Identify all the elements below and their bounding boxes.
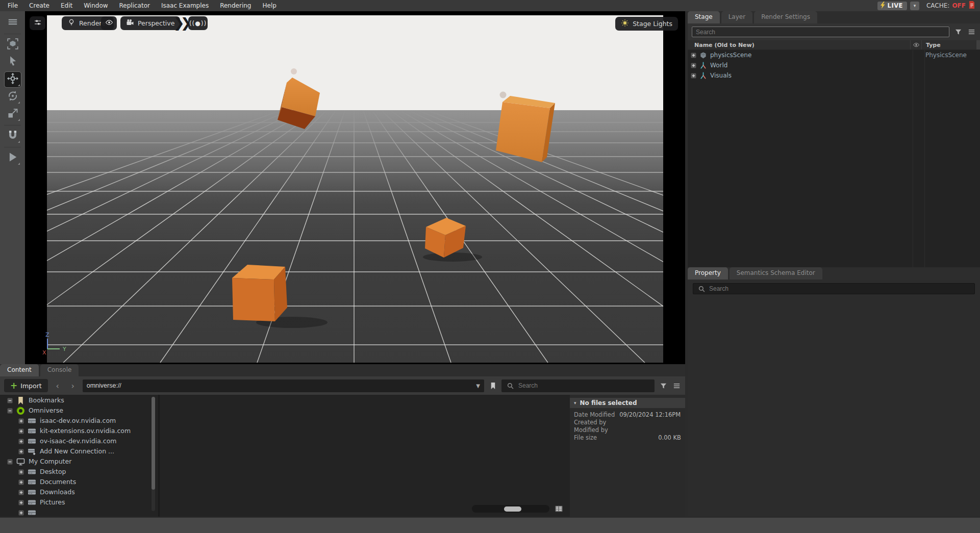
orange-cube-bottom-left[interactable] xyxy=(232,265,328,328)
column-name[interactable]: Name (Old to New) xyxy=(688,42,910,48)
tree-item-bookmarks[interactable]: Bookmarks xyxy=(0,395,158,405)
content-tab-console[interactable]: Console xyxy=(40,364,79,376)
slider-handle[interactable] xyxy=(504,506,521,512)
expander-plus-icon[interactable] xyxy=(18,479,24,485)
tool-move-button[interactable] xyxy=(5,72,21,87)
tree-item-documents[interactable]: Documents xyxy=(0,476,158,487)
stage-row-World[interactable]: World xyxy=(688,60,980,70)
sensor-button[interactable]: ((●)) xyxy=(188,16,208,30)
path-input[interactable] xyxy=(87,382,472,389)
orange-cube-falling-right[interactable] xyxy=(496,92,555,163)
xform-icon xyxy=(699,72,707,80)
live-button[interactable]: LIVE xyxy=(877,2,907,10)
property-tab-property[interactable]: Property xyxy=(688,267,728,280)
import-button[interactable]: + Import xyxy=(4,379,48,392)
tool-scale-button[interactable] xyxy=(5,107,21,122)
path-field[interactable]: ▼ xyxy=(83,379,484,392)
filter-icon[interactable] xyxy=(659,381,668,390)
content-search-box[interactable] xyxy=(501,379,655,392)
tree-item-partial[interactable] xyxy=(0,507,158,517)
tree-item-pictures[interactable]: Pictures xyxy=(0,497,158,507)
expander-plus-icon[interactable] xyxy=(18,448,24,454)
live-dropdown-button[interactable]: ▾ xyxy=(910,2,919,10)
info-row-created-by: Created by xyxy=(570,419,685,426)
tool-cursor-button[interactable] xyxy=(5,55,21,70)
file-grid-area[interactable] xyxy=(160,395,570,517)
stage-row-Visuals[interactable]: Visuals xyxy=(688,70,980,81)
content-tab-content[interactable]: Content xyxy=(0,364,39,376)
menu-item-replicator[interactable]: Replicator xyxy=(114,1,156,11)
expander-plus-icon[interactable] xyxy=(18,428,24,434)
menu-item-file[interactable]: File xyxy=(2,1,23,11)
tree-item-downloads[interactable]: Downloads xyxy=(0,487,158,497)
stage-row-physicsScene[interactable]: physicsScenePhysicsScene xyxy=(688,50,980,60)
expander-plus-icon[interactable] xyxy=(18,499,24,505)
tree-item-ov-isaac-dev-nvidia-com[interactable]: ov-isaac-dev.nvidia.com xyxy=(0,436,158,446)
tree-scrollbar[interactable] xyxy=(152,397,155,511)
tool-rotate-button[interactable] xyxy=(5,89,21,105)
stage-tab-stage[interactable]: Stage xyxy=(688,11,720,23)
column-type[interactable]: Type xyxy=(921,40,976,49)
content-search-input[interactable] xyxy=(518,382,650,389)
tree-item-omniverse[interactable]: Omniverse xyxy=(0,405,158,415)
tool-snap-button[interactable] xyxy=(5,129,21,144)
prim-type: PhysicsScene xyxy=(921,52,976,59)
expander-plus-icon[interactable] xyxy=(691,53,696,58)
stage-search-input[interactable] xyxy=(692,27,949,37)
menu-item-create[interactable]: Create xyxy=(23,1,55,11)
filter-icon[interactable] xyxy=(953,28,963,37)
expander-plus-icon[interactable] xyxy=(691,73,696,79)
expander-plus-icon[interactable] xyxy=(18,418,24,423)
menu-item-help[interactable]: Help xyxy=(257,1,282,11)
viewport[interactable]: Renderer Perspective ❯❯ ((●)) Stage Ligh… xyxy=(25,11,685,364)
prim-name[interactable]: World xyxy=(710,62,727,69)
camera-button[interactable]: Perspective xyxy=(120,16,180,30)
expander-plus-icon[interactable] xyxy=(18,510,24,515)
expander-minus-icon[interactable] xyxy=(7,408,13,413)
menu-item-rendering[interactable]: Rendering xyxy=(214,1,257,11)
expander-minus-icon[interactable] xyxy=(7,459,13,464)
nav-forward-button[interactable]: › xyxy=(67,381,79,391)
property-tab-semantics-schema-editor[interactable]: Semantics Schema Editor xyxy=(730,267,822,280)
visibility-button[interactable] xyxy=(101,16,117,30)
tool-select-mode-button[interactable] xyxy=(5,37,21,53)
tree-item-isaac-dev-ov-nvidia-com[interactable]: isaac-dev.ov.nvidia.com xyxy=(0,415,158,425)
tool-play-button[interactable] xyxy=(5,150,21,166)
tree-item-kit-extensions-ov-nvidia-com[interactable]: kit-extensions.ov.nvidia.com xyxy=(0,425,158,436)
stage-column-header[interactable]: Name (Old to New) Type xyxy=(688,40,980,50)
expander-minus-icon[interactable] xyxy=(7,397,13,403)
prim-name[interactable]: physicsScene xyxy=(710,52,751,59)
tree-item-label: Documents xyxy=(40,478,76,486)
info-header[interactable]: ▾ No files selected xyxy=(570,398,685,408)
expander-plus-icon[interactable] xyxy=(691,63,696,68)
expander-plus-icon[interactable] xyxy=(18,438,24,444)
stage-lights-button[interactable]: Stage Lights xyxy=(615,17,678,31)
gray-sphere[interactable] xyxy=(500,92,507,98)
visibility-column-eye-icon[interactable] xyxy=(910,40,921,49)
options-menu-icon[interactable] xyxy=(672,381,681,390)
property-search-input[interactable] xyxy=(709,285,971,292)
stage-tab-layer[interactable]: Layer xyxy=(721,11,752,23)
stage-tab-render-settings[interactable]: Render Settings xyxy=(754,11,817,23)
viewport-settings-button[interactable] xyxy=(30,16,45,30)
menu-item-window[interactable]: Window xyxy=(78,1,113,11)
tree-item-desktop[interactable]: Desktop xyxy=(0,466,158,476)
path-dropdown-icon[interactable]: ▼ xyxy=(476,383,480,389)
grid-view-toggle-icon[interactable] xyxy=(552,503,565,514)
gray-sphere[interactable] xyxy=(291,68,297,74)
toolbar-expand-chevrons-icon[interactable]: ❯❯ xyxy=(173,16,188,30)
menu-item-edit[interactable]: Edit xyxy=(55,1,78,11)
options-menu-icon[interactable] xyxy=(967,28,976,37)
nav-back-button[interactable]: ‹ xyxy=(52,381,63,391)
tool-menu-button[interactable] xyxy=(5,15,21,31)
thumbnail-scale-slider[interactable] xyxy=(472,505,549,513)
tree-item-add-new-connection-[interactable]: Add New Connection ... xyxy=(0,446,158,456)
viewport-render-area[interactable] xyxy=(47,15,663,363)
expander-plus-icon[interactable] xyxy=(18,469,24,474)
prim-name[interactable]: Visuals xyxy=(710,72,732,79)
bookmark-icon[interactable] xyxy=(488,381,497,390)
menu-item-isaac-examples[interactable]: Isaac Examples xyxy=(156,1,214,11)
orange-cube-center[interactable] xyxy=(423,218,482,262)
expander-plus-icon[interactable] xyxy=(18,489,24,495)
tree-item-my-computer[interactable]: My Computer xyxy=(0,456,158,466)
